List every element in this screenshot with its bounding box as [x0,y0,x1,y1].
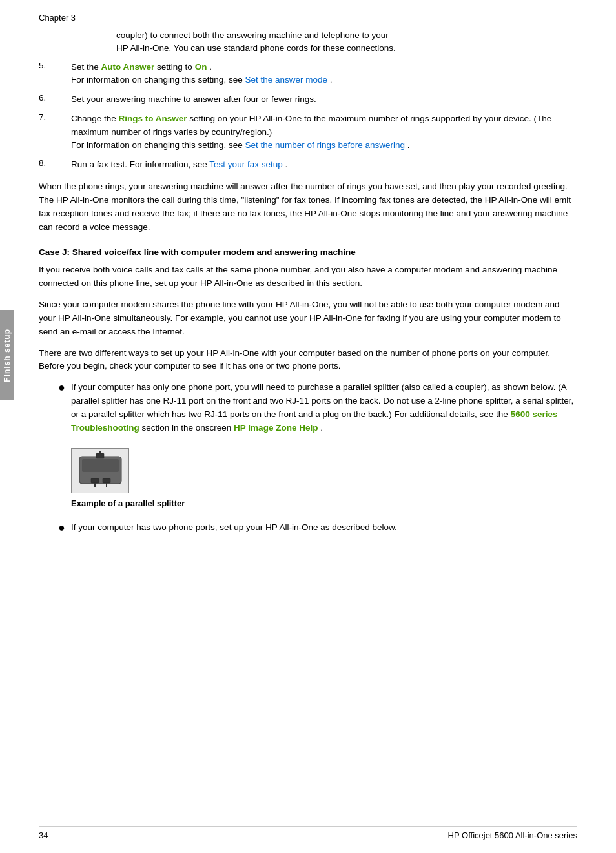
bullet1-text-end: . [320,423,323,433]
item5-on: On [195,62,207,72]
item5-text-middle: setting to [157,62,195,72]
item7-link[interactable]: Set the number of rings before answering [245,140,405,150]
list-number-8: 8. [39,158,71,171]
bullet-dot-1: ● [58,381,71,435]
list-content-7: Change the Rings to Answer setting on yo… [71,112,577,152]
list-content-6: Set your answering machine to answer aft… [71,93,577,106]
item5-text-before: Set the [71,62,101,72]
indented-line-2: HP All-in-One. You can use standard phon… [116,42,577,55]
indented-continuation: coupler) to connect both the answering m… [116,29,577,56]
svg-rect-1 [82,459,119,472]
svg-rect-4 [96,453,104,458]
svg-rect-3 [103,478,110,483]
side-tab-label: Finish setup [3,329,12,382]
item7-rings-to-answer: Rings to Answer [119,114,187,123]
paragraph2: If you receive both voice calls and fax … [39,263,577,291]
item5-link-end: . [330,75,333,85]
item8-link-end: . [285,159,287,169]
list-number-7: 7. [39,112,71,152]
list-number-6: 6. [39,93,71,106]
bullet1-text-middle: section in the onscreen [142,423,234,433]
item7-link-end: . [407,140,410,150]
svg-rect-2 [91,478,99,483]
item8-text-before: Run a fax test. For information, see [71,159,209,169]
splitter-svg [73,450,128,492]
bullet-list: ● If your computer has only one phone po… [58,381,577,535]
paragraph1: When the phone rings, your answering mac… [39,180,577,234]
bullet-item-2: ● If your computer has two phone ports, … [58,521,577,535]
list-item-5: 5. Set the Auto Answer setting to On . F… [39,61,577,87]
item8-link[interactable]: Test your fax setup [209,159,282,169]
footer-page-number: 34 [39,830,48,840]
bullet1-text-before: If your computer has only one phone port… [71,382,573,419]
bullet-item-1: ● If your computer has only one phone po… [58,381,577,435]
list-item-7: 7. Change the Rings to Answer setting on… [39,112,577,152]
chapter-label: Chapter 3 [39,13,577,23]
item7-subtext: For information on changing this setting… [71,140,245,150]
item5-link[interactable]: Set the answer mode [245,75,327,85]
splitter-image-container: Example of a parallel splitter [71,448,577,508]
section-heading-j: Case J: Shared voice/fax line with compu… [39,247,577,257]
splitter-image [71,448,129,493]
paragraph3: Since your computer modem shares the pho… [39,298,577,339]
paragraph4: There are two different ways to set up y… [39,347,577,374]
bullet-content-1: If your computer has only one phone port… [71,381,577,435]
bullet-dot-2: ● [58,521,71,535]
footer-title: HP Officejet 5600 All-in-One series [448,830,577,840]
content-area: coupler) to connect both the answering m… [39,29,577,535]
list-number-5: 5. [39,61,71,87]
item5-subtext: For information on changing this setting… [71,75,245,85]
page-container: Finish setup Chapter 3 coupler) to conne… [0,0,616,853]
indented-line-1: coupler) to connect both the answering m… [116,29,577,42]
list-item-6: 6. Set your answering machine to answer … [39,93,577,106]
side-tab: Finish setup [0,310,14,400]
list-item-8: 8. Run a fax test. For information, see … [39,158,577,171]
item5-period: . [209,62,212,72]
item7-text-before: Change the [71,114,119,123]
bullet-content-2: If your computer has two phone ports, se… [71,521,577,535]
item5-auto-answer: Auto Answer [101,62,155,72]
page-footer: 34 HP Officejet 5600 All-in-One series [39,826,577,840]
list-content-8: Run a fax test. For information, see Tes… [71,158,577,171]
list-content-5: Set the Auto Answer setting to On . For … [71,61,577,87]
image-caption: Example of a parallel splitter [71,498,577,508]
bullet1-link2[interactable]: HP Image Zone Help [234,423,318,433]
